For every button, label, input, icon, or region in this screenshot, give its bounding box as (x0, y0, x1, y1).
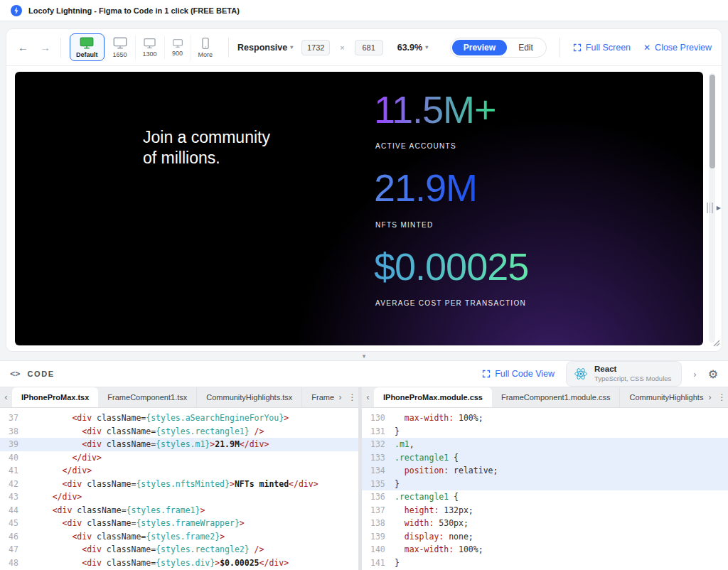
code-panel-css: ‹ IPhoneProMax.module.cssFrameComponent1… (362, 387, 728, 570)
tab-overflow-menu-icon[interactable]: ⋮ (716, 387, 728, 407)
monitor-icon (79, 36, 95, 50)
code-line[interactable]: 37 <div className={styles.aSearchEngineF… (0, 412, 358, 425)
stat-label: AVERAGE COST PER TRANSACTION (375, 299, 528, 307)
tab-overflow-menu-icon[interactable]: ⋮ (346, 387, 358, 407)
zoom-dropdown[interactable]: 63.9% ▾ (397, 43, 428, 53)
device-preset-label: More (198, 51, 213, 58)
device-preset-more[interactable]: More (191, 35, 220, 60)
line-number: 44 (0, 504, 33, 517)
line-number: 46 (0, 530, 33, 544)
framework-subtitle: TypeScript, CSS Modules (594, 375, 671, 382)
line-number: 140 (362, 543, 395, 556)
full-screen-button[interactable]: Full Screen (573, 43, 631, 53)
collapse-caret-icon[interactable]: ▾ (363, 353, 366, 360)
code-tab[interactable]: FrameComponen (302, 387, 334, 407)
tsx-code-editor[interactable]: 37 <div className={styles.aSearchEngineF… (0, 408, 358, 570)
panel-resize-handle[interactable]: ▶ (707, 203, 721, 213)
divider (228, 38, 229, 58)
device-preset-label: Default (76, 51, 98, 58)
grip-lines-icon (707, 203, 713, 213)
device-preset-1650[interactable]: 1650 (105, 34, 135, 60)
line-number: 131 (362, 425, 395, 439)
forward-icon[interactable]: → (38, 41, 52, 53)
line-number: 47 (0, 543, 33, 556)
preview-mode-button[interactable]: Preview (452, 40, 507, 55)
code-line[interactable]: 135} (362, 478, 728, 491)
height-input[interactable] (355, 40, 383, 55)
code-line[interactable]: 44 <div className={styles.frame1}> (0, 504, 358, 517)
edit-mode-button[interactable]: Edit (507, 40, 545, 55)
expand-right-icon: ▶ (717, 205, 721, 211)
scroll-tabs-left-icon[interactable]: ‹ (362, 387, 374, 407)
code-line[interactable]: 39 <div className={styles.m1}>21.9M</div… (0, 438, 358, 451)
device-preset-default[interactable]: Default (70, 33, 105, 61)
code-line[interactable]: 40 </div> (0, 451, 358, 465)
app-title: Locofy Lightning - Figma to Code in 1 cl… (28, 6, 240, 15)
full-code-view-button[interactable]: Full Code View (482, 369, 555, 379)
resize-grip-icon[interactable] (713, 337, 720, 350)
stat-label: ACTIVE ACCOUNTS (375, 142, 528, 150)
scroll-tabs-left-icon[interactable]: ‹ (0, 387, 12, 407)
line-number: 139 (362, 530, 395, 544)
rendered-page-canvas[interactable]: Join a community of millions. 11.5M+ACTI… (15, 72, 703, 345)
close-preview-button[interactable]: ✕ Close Preview (643, 43, 712, 53)
code-tab[interactable]: CommunityHighlights.tsx (197, 387, 302, 407)
code-tab[interactable]: IPhoneProMax.tsx (12, 387, 98, 407)
divider (60, 38, 61, 58)
monitor-icon (112, 36, 128, 50)
stat-label: NFTS MINTED (375, 221, 528, 229)
framework-chevron-icon[interactable]: › (693, 369, 696, 380)
code-line[interactable]: 130 max-width: 100%; (362, 412, 728, 425)
responsive-label: Responsive (237, 43, 287, 53)
settings-gear-icon[interactable]: ⚙ (708, 367, 718, 381)
code-line[interactable]: 45 <div className={styles.frameWrapper}> (0, 517, 358, 530)
line-number: 130 (362, 412, 395, 425)
scroll-tabs-right-icon[interactable]: › (704, 387, 716, 407)
preview-card: ← → Default 1650 1300 900 More Responsiv… (6, 28, 722, 352)
monitor-icon (172, 38, 183, 48)
css-code-editor[interactable]: 130 max-width: 100%;131}132.m1,133.recta… (362, 408, 728, 570)
code-line[interactable]: 140 max-width: 100%; (362, 543, 728, 556)
full-code-view-label: Full Code View (495, 369, 555, 379)
device-preset-1300[interactable]: 1300 (135, 36, 164, 60)
code-line[interactable]: 137 height: 132px; (362, 504, 728, 517)
code-line[interactable]: 43 </div> (0, 490, 358, 504)
code-line[interactable]: 41 </div> (0, 464, 358, 478)
code-line[interactable]: 139 display: none; (362, 530, 728, 544)
scroll-tabs-right-icon[interactable]: › (334, 387, 346, 407)
split-divider[interactable]: ▾ (0, 352, 728, 360)
code-line[interactable]: 133.rectangle1 { (362, 451, 728, 465)
code-tab[interactable]: FrameComponent1.module.css (492, 387, 620, 407)
width-input[interactable] (301, 40, 330, 55)
tsx-tab-bar: ‹ IPhoneProMax.tsxFrameComponent1.tsxCom… (0, 387, 358, 408)
code-line[interactable]: 134 position: relative; (362, 464, 728, 478)
code-tab[interactable]: FrameComponent1.tsx (98, 387, 197, 407)
stat-value: $0.00025 (374, 246, 528, 288)
code-line[interactable]: 46 <div className={styles.frame2}> (0, 530, 358, 544)
code-panels: ‹ IPhoneProMax.tsxFrameComponent1.tsxCom… (0, 387, 728, 570)
code-line[interactable]: 138 width: 530px; (362, 517, 728, 530)
code-line[interactable]: 48 <div className={styles.div}>$0.00025<… (0, 556, 358, 570)
code-line[interactable]: 136.rectangle1 { (362, 490, 728, 504)
code-tab[interactable]: CommunityHighlights.module.c (620, 387, 704, 407)
code-tab[interactable]: IPhoneProMax.module.css (374, 387, 492, 407)
line-number: 136 (362, 490, 395, 504)
code-line[interactable]: 42 <div className={styles.nftsMinted}>NF… (0, 478, 358, 491)
code-line[interactable]: 47 <div className={styles.rectangle2} /> (0, 543, 358, 556)
stat-value: 11.5M+ (374, 89, 496, 131)
code-line[interactable]: 132.m1, (362, 438, 728, 451)
stats-list: 11.5M+ACTIVE ACCOUNTS21.9MNFTS MINTED$0.… (374, 89, 528, 324)
device-preset-label: 1300 (143, 50, 157, 58)
scrollbar-thumb[interactable] (710, 75, 715, 168)
back-icon[interactable]: ← (16, 41, 30, 53)
device-preset-900[interactable]: 900 (164, 36, 191, 59)
code-line[interactable]: 38 <div className={styles.rectangle1} /> (0, 425, 358, 439)
line-number: 45 (0, 517, 33, 530)
code-line[interactable]: 141} (362, 556, 728, 570)
line-number: 41 (0, 464, 33, 478)
framework-select[interactable]: React TypeScript, CSS Modules (566, 361, 682, 386)
css-tab-bar: ‹ IPhoneProMax.module.cssFrameComponent1… (362, 387, 728, 408)
phone-icon (200, 37, 210, 50)
code-line[interactable]: 131} (362, 425, 728, 439)
responsive-dropdown[interactable]: Responsive ▾ (237, 43, 293, 53)
